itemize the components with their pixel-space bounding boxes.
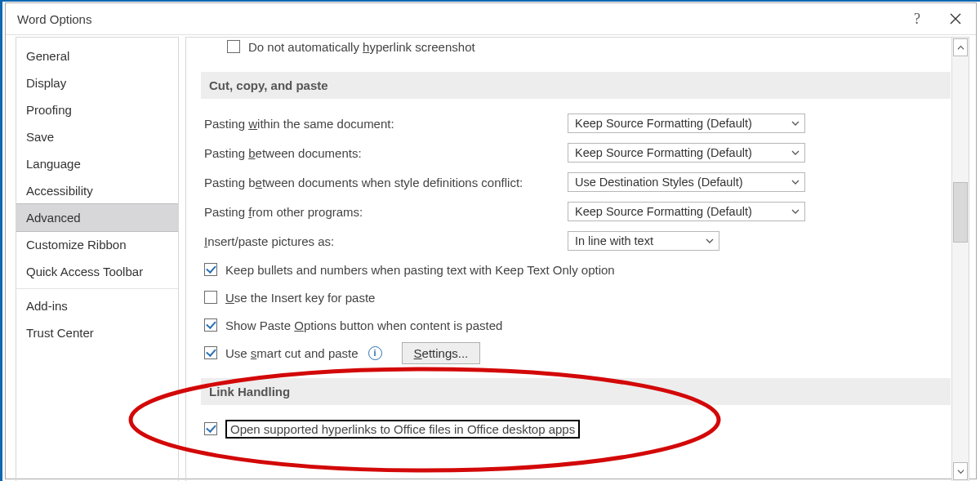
row-label: Pasting from other programs:	[204, 205, 568, 219]
combo-value: Use Destination Styles (Default)	[575, 176, 743, 189]
row-label: Pasting between documents:	[204, 146, 568, 160]
chevron-down-icon	[697, 237, 714, 245]
combo-paste-within-doc[interactable]: Keep Source Formatting (Default)	[568, 114, 805, 133]
checkbox-icon	[204, 346, 217, 359]
row-insert-pictures-as: Insert/paste pictures as: In line with t…	[204, 226, 951, 256]
scroll-up-button[interactable]	[953, 38, 968, 56]
close-icon	[950, 13, 961, 24]
checkbox-label: Keep bullets and numbers when pasting te…	[225, 263, 615, 277]
opt-show-paste-options[interactable]: Show Paste Options button when content i…	[204, 311, 951, 339]
app-frame-left	[0, 0, 2, 481]
section-link-handling: Link Handling	[201, 378, 951, 405]
nav-item-addins[interactable]: Add-ins	[16, 292, 178, 319]
settings-button[interactable]: Settings...	[402, 342, 481, 364]
chevron-down-icon	[783, 178, 800, 186]
dialog-title: Word Options	[17, 12, 91, 26]
combo-value: Keep Source Formatting (Default)	[575, 205, 752, 218]
chevron-up-icon	[957, 44, 964, 51]
row-paste-between-docs-conflict: Pasting between documents when style def…	[204, 167, 951, 197]
checkbox-icon	[227, 40, 240, 53]
opt-no-auto-hyperlink-screenshot[interactable]: Do not automatically hyperlink screensho…	[204, 37, 951, 60]
checkbox-label: Use smart cut and paste	[225, 346, 359, 360]
nav-separator	[16, 288, 178, 289]
nav-item-accessibility[interactable]: Accessibility	[16, 177, 178, 204]
combo-paste-between-docs-conflict[interactable]: Use Destination Styles (Default)	[568, 172, 805, 192]
section-cut-copy-paste: Cut, copy, and paste	[201, 72, 951, 99]
word-options-dialog: Word Options ? General Display Proofing …	[5, 2, 977, 479]
chevron-down-icon	[783, 119, 800, 127]
checkbox-icon	[204, 263, 217, 276]
opt-smart-cut-paste[interactable]: Use smart cut and paste i Settings...	[204, 339, 951, 367]
chevron-down-icon	[957, 468, 964, 475]
button-label: Settings...	[414, 346, 469, 360]
checkbox-label: Use the Insert key for paste	[225, 291, 375, 305]
help-button[interactable]: ?	[899, 11, 935, 28]
checkbox-label: Show Paste Options button when content i…	[225, 318, 502, 332]
scroll-down-button[interactable]	[953, 462, 968, 480]
opt-insert-key-paste[interactable]: Use the Insert key for paste	[204, 283, 951, 311]
opt-keep-bullets-numbers[interactable]: Keep bullets and numbers when pasting te…	[204, 256, 951, 283]
checkbox-label: Do not automatically hyperlink screensho…	[248, 40, 475, 54]
nav-item-save[interactable]: Save	[16, 123, 178, 150]
nav-item-customize-ribbon[interactable]: Customize Ribbon	[16, 231, 178, 258]
titlebar: Word Options ?	[6, 3, 976, 35]
nav-item-proofing[interactable]: Proofing	[16, 96, 178, 123]
checkbox-icon	[204, 318, 217, 332]
combo-paste-from-other[interactable]: Keep Source Formatting (Default)	[568, 202, 805, 221]
row-paste-from-other: Pasting from other programs: Keep Source…	[204, 197, 951, 226]
row-label: Pasting within the same document:	[204, 117, 568, 131]
nav-item-qat[interactable]: Quick Access Toolbar	[16, 258, 178, 285]
nav-item-trust-center[interactable]: Trust Center	[16, 319, 178, 346]
checkbox-label: Open supported hyperlinks to Office file…	[225, 420, 580, 439]
app-frame-top	[0, 0, 980, 2]
combo-value: Keep Source Formatting (Default)	[575, 117, 752, 130]
combo-value: Keep Source Formatting (Default)	[575, 146, 752, 159]
row-paste-within-doc: Pasting within the same document: Keep S…	[204, 109, 951, 138]
combo-paste-between-docs[interactable]: Keep Source Formatting (Default)	[568, 143, 805, 163]
chevron-down-icon	[783, 207, 800, 216]
nav-item-general[interactable]: General	[16, 42, 178, 69]
options-pane: Do not automatically hyperlink screensho…	[185, 37, 969, 481]
row-paste-between-docs: Pasting between documents: Keep Source F…	[204, 138, 951, 167]
pane-scrollbar[interactable]	[951, 38, 969, 481]
chevron-down-icon	[783, 149, 800, 157]
row-label: Pasting between documents when style def…	[204, 176, 568, 189]
close-button[interactable]	[935, 3, 976, 34]
row-label: Insert/paste pictures as:	[204, 234, 568, 248]
info-icon[interactable]: i	[368, 346, 382, 360]
nav-item-advanced[interactable]: Advanced	[16, 203, 179, 232]
scroll-track[interactable]	[953, 56, 968, 463]
category-nav: General Display Proofing Save Language A…	[16, 37, 179, 481]
combo-insert-pictures-as[interactable]: In line with text	[568, 231, 719, 251]
nav-item-display[interactable]: Display	[16, 69, 178, 96]
opt-open-hyperlinks-in-desktop[interactable]: Open supported hyperlinks to Office file…	[204, 415, 951, 443]
combo-value: In line with text	[575, 234, 653, 247]
nav-item-language[interactable]: Language	[16, 150, 178, 177]
checkbox-icon	[204, 291, 217, 304]
checkbox-icon	[204, 422, 217, 435]
scroll-thumb[interactable]	[953, 182, 968, 243]
